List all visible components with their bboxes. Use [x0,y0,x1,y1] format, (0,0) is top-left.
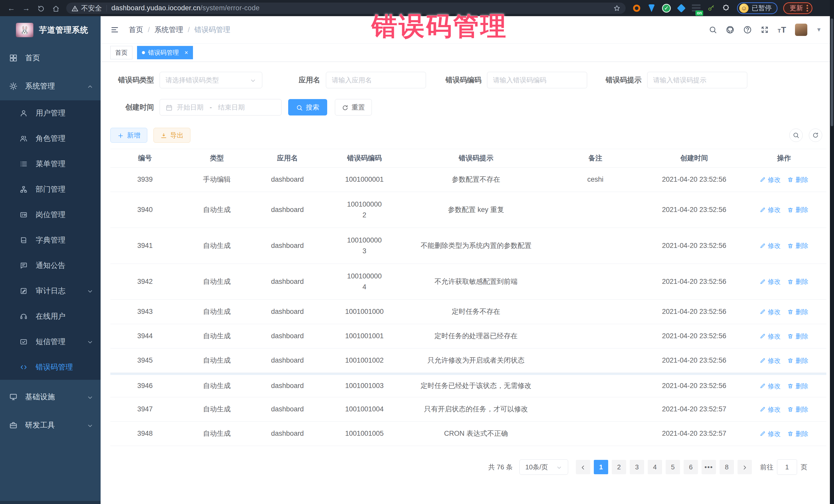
delete-link[interactable]: 删除 [787,404,808,414]
breadcrumb-item[interactable]: 首页 [129,25,143,35]
browser-forward-button[interactable]: → [20,2,33,15]
cell-app: dashboard [254,355,321,366]
help-icon[interactable] [743,25,752,34]
extensions-puzzle-icon[interactable] [722,4,730,13]
user-menu-caret-icon[interactable]: ▼ [816,26,822,33]
add-button[interactable]: 新增 [110,128,147,143]
reset-button[interactable]: 重置 [335,99,372,115]
user-avatar[interactable] [795,24,807,36]
edit-link[interactable]: 修改 [760,381,781,391]
page-button-6[interactable]: 6 [684,460,698,474]
font-size-icon[interactable]: TT [777,25,786,35]
error-code-input[interactable]: 请输入错误码编码 [487,72,587,88]
next-page-button[interactable] [738,460,752,474]
extension-diamond-icon[interactable] [677,4,686,13]
edit-link[interactable]: 修改 [760,307,781,317]
browser-scrollbar[interactable] [830,0,834,504]
delete-link[interactable]: 删除 [787,429,808,439]
cell-actions: 修改删除 [742,331,826,341]
edit-link[interactable]: 修改 [760,241,781,251]
browser-back-button[interactable]: ← [5,2,18,15]
refresh-table-button[interactable] [809,129,822,142]
profile-paused-badge[interactable]: ☺ 已暂停 [737,2,777,14]
export-button[interactable]: 导出 [153,128,191,143]
edit-link[interactable]: 修改 [760,404,781,414]
delete-link[interactable]: 删除 [787,277,808,287]
extension-check-icon[interactable]: ✓ [662,4,671,13]
edit-link[interactable]: 修改 [760,205,781,215]
hamburger-icon[interactable] [110,25,119,34]
sidebar-item-通知公告[interactable]: 通知公告 [0,253,101,278]
pagination: 共 76 条 10条/页 123456•••8 前往 1 页 [101,459,807,475]
sidebar-item-错误码管理[interactable]: 错误码管理 [0,354,101,380]
cell-actions: 修改删除 [742,277,826,287]
extension-key-icon[interactable] [707,4,716,13]
forward-icon: → [22,4,30,13]
github-icon[interactable] [726,25,734,34]
close-icon[interactable]: × [184,49,188,56]
delete-link[interactable]: 删除 [787,175,808,185]
sidebar-item-短信管理[interactable]: 短信管理 [0,329,101,354]
toggle-search-button[interactable] [789,129,803,142]
bookmark-star-icon[interactable] [613,5,620,12]
page-button-1[interactable]: 1 [594,460,608,474]
msgcheck-icon [20,338,29,346]
delete-link[interactable]: 删除 [787,331,808,341]
app-logo-row[interactable]: 🐰 芋道管理系统 [0,16,101,44]
edit-link[interactable]: 修改 [760,331,781,341]
cell-type: 自动生成 [180,204,254,215]
error-type-select[interactable]: 请选择错误码类型 [160,72,262,88]
browser-reload-button[interactable] [35,2,48,15]
tab-错误码管理[interactable]: 错误码管理× [137,46,193,59]
browser-home-button[interactable] [49,2,63,15]
scrollbar-thumb[interactable] [831,19,833,126]
goto-page-input[interactable]: 1 [777,459,797,475]
delete-link[interactable]: 删除 [787,381,808,391]
edit-link[interactable]: 修改 [760,175,781,185]
delete-link[interactable]: 删除 [787,356,808,366]
tab-首页[interactable]: 首页 [110,46,132,59]
sidebar-item-首页[interactable]: 首页 [0,44,101,72]
cell-app: dashboard [254,331,321,342]
sidebar-item-角色管理[interactable]: 角色管理 [0,126,101,151]
error-hint-input[interactable]: 请输入错误码提示 [647,72,747,88]
breadcrumb-item[interactable]: 系统管理 [154,25,183,35]
fullscreen-icon[interactable] [761,26,769,34]
sidebar-item-菜单管理[interactable]: 菜单管理 [0,151,101,177]
edit-link[interactable]: 修改 [760,277,781,287]
page-button-8[interactable]: 8 [720,460,734,474]
edit-link[interactable]: 修改 [760,356,781,366]
page-size-select[interactable]: 10条/页 [520,459,568,475]
sidebar-item-基础设施[interactable]: 基础设施 [0,383,101,411]
page-button-2[interactable]: 2 [612,460,626,474]
delete-link[interactable]: 删除 [787,241,808,251]
sidebar-item-字典管理[interactable]: 字典管理 [0,227,101,253]
sidebar-item-系统管理[interactable]: 系统管理 [0,72,101,100]
sidebar-item-岗位管理[interactable]: 岗位管理 [0,202,101,227]
sidebar-item-研发工具[interactable]: 研发工具 [0,411,101,439]
extension-list-icon[interactable]: on [692,4,701,13]
prev-page-button[interactable] [576,460,590,474]
sidebar-item-审计日志[interactable]: 审计日志 [0,278,101,304]
sidebar-item-部门管理[interactable]: 部门管理 [0,177,101,202]
date-range-picker[interactable]: 开始日期 - 结束日期 [160,99,282,115]
delete-link[interactable]: 删除 [787,205,808,215]
browser-menu-icon[interactable] [807,5,808,12]
app-name-input[interactable]: 请输入应用名 [326,72,426,88]
more-pages-button[interactable]: ••• [702,460,716,474]
browser-update-button[interactable]: 更新 [783,2,812,14]
sidebar-item-用户管理[interactable]: 用户管理 [0,100,101,126]
page-button-4[interactable]: 4 [648,460,662,474]
delete-link[interactable]: 删除 [787,307,808,317]
insecure-warning[interactable]: 不安全 [71,4,102,13]
sidebar-item-在线用户[interactable]: 在线用户 [0,304,101,329]
search-icon[interactable] [709,26,717,34]
page-button-3[interactable]: 3 [630,460,644,474]
edit-link[interactable]: 修改 [760,429,781,439]
extension-ring-icon[interactable] [632,4,641,13]
sidebar-item-label: 审计日志 [36,286,65,296]
search-button[interactable]: 搜索 [288,99,327,115]
extension-gem-icon[interactable] [647,4,656,13]
page-button-5[interactable]: 5 [666,460,680,474]
url-bar[interactable]: 不安全 dashboard.yudao.iocoder.cn/system/er… [66,3,626,14]
